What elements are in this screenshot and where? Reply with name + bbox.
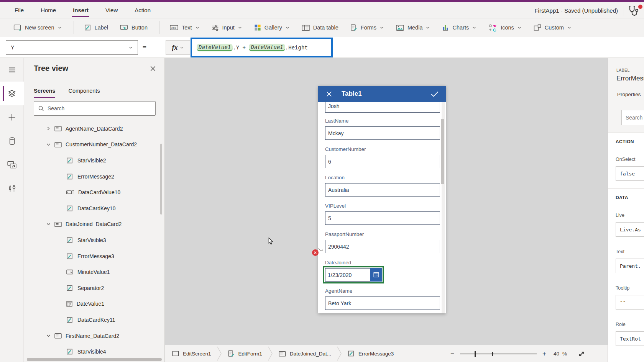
property-value-live[interactable]: Live.As [616,222,644,237]
chevron-down-icon [180,46,184,50]
rail-item-menu-toggle[interactable] [0,58,24,82]
property-value-role[interactable]: TextRol [616,331,644,346]
ribbon-new-screen[interactable]: New screen [13,24,62,32]
tree-horizontal-scrollbar[interactable] [27,358,162,361]
chevron-down-icon [380,25,384,30]
ribbon-gallery[interactable]: Gallery [254,24,290,31]
tree-item-CustomerNumber_DataCard2[interactable]: CustomerNumber_DataCard2 [24,137,165,153]
tree-item-MinuteValue1[interactable]: MinuteValue1 [24,264,165,280]
rail-item-media[interactable] [0,153,24,177]
tree-item-label: StarVisible2 [77,157,106,164]
close-icon[interactable] [150,66,156,72]
ribbon-icons[interactable]: Icons [488,24,522,32]
ribbon-label[interactable]: Label [84,24,108,31]
breadcrumb-ErrorMessage3[interactable]: ErrorMessage3 [347,350,394,357]
form-scrollbar[interactable] [442,102,445,313]
custom-icon [533,24,542,31]
field-input-VIPLevel[interactable]: 5 [325,211,440,225]
date-input[interactable]: 1/23/2020 [325,268,370,282]
chevron-right-icon[interactable] [46,126,51,131]
menu-file[interactable]: File [15,2,24,18]
zoom-slider[interactable] [460,350,537,358]
property-dropdown[interactable]: Y [6,40,138,55]
breadcrumb-label: ErrorMessage3 [358,351,394,357]
ribbon-item-label: Data table [313,25,338,31]
tree-item-DataCardKey10[interactable]: DataCardKey10 [24,200,165,216]
ribbon-charts[interactable]: Charts [442,24,476,31]
tree-item-ErrorMessage2[interactable]: ErrorMessage2 [24,169,165,185]
ribbon-custom[interactable]: Custom [533,24,572,31]
input-icon [211,24,219,32]
canvas[interactable]: Table1 JoshLastNameMckayCustomerNumber6L… [165,58,608,345]
field-input-LastName[interactable]: Mckay [325,126,440,140]
menu-action[interactable]: Action [135,2,151,18]
date-picker-button[interactable] [370,268,382,282]
ribbon-input[interactable]: Input [211,24,242,32]
tree-item-DateJoined_DataCard2[interactable]: DateJoined_DataCard2 [24,216,165,233]
rail-item-tree-view[interactable] [0,82,24,105]
chevron-down-icon [567,25,572,30]
fit-to-window-icon[interactable] [578,350,585,358]
tab-screens[interactable]: Screens [34,88,55,98]
field-input-Location[interactable]: Australia [325,183,440,197]
cancel-icon[interactable] [326,91,332,97]
ribbon-media[interactable]: Media [396,24,430,32]
datacard-icon [278,350,286,357]
tree-item-DateValue1[interactable]: DateValue1 [24,296,165,312]
tree-item-StarVisible4[interactable]: StarVisible4 [24,344,165,360]
breadcrumb-DateJoinedDat[interactable]: DateJoined_Dat... [278,350,331,357]
check-icon[interactable] [430,91,439,97]
property-search-input[interactable] [622,110,644,125]
tree-item-StarVisible3[interactable]: StarVisible3 [24,232,165,248]
field-input-AgentName[interactable]: Beto Yark [325,296,440,310]
menu-insert[interactable]: Insert [73,2,89,18]
ribbon-forms[interactable]: Forms [350,24,384,31]
tree-item-ErrorMessage3[interactable]: ErrorMessage3 [24,248,165,264]
insert-ribbon: New screenLabelButtonAbcTextInputGallery… [0,18,644,37]
ribbon-data-table[interactable]: Data table [301,24,338,32]
tree-item-StarVisible2[interactable]: StarVisible2 [24,152,165,169]
chevron-down-icon[interactable] [46,222,51,227]
menu-home[interactable]: Home [41,2,56,18]
tree-item-AgentName_DataCard2[interactable]: AgentName_DataCard2 [24,121,165,137]
chevron-down-icon[interactable] [46,333,51,338]
rail-item-insert[interactable] [0,105,24,129]
tree-vertical-scrollbar[interactable] [160,144,162,215]
menu-view[interactable]: View [105,2,118,18]
field-input-Josh[interactable]: Josh [325,102,440,113]
search-input[interactable] [48,105,151,111]
formula-input[interactable]: DateValue1.Y + DateValue1.Height [191,38,333,57]
field-input-PassportNumber[interactable]: 2906442 [325,240,440,253]
zoom-slider-thumb[interactable] [475,351,476,357]
fx-button[interactable]: fx [166,40,190,55]
zoom-out-button[interactable]: − [449,350,456,358]
property-value-text[interactable]: Parent. [616,259,644,273]
rail-item-data-sources[interactable] [0,129,24,153]
mouse-cursor [268,237,273,246]
property-value-onselect[interactable]: false [616,166,644,181]
new-screen-icon [13,24,22,32]
field-input-CustomerNumber[interactable]: 6 [325,155,440,168]
breadcrumb-EditForm1[interactable]: EditForm1 [227,350,262,357]
tree-item-FirstName_DataCard2[interactable]: FirstName_DataCard2 [24,328,165,344]
media-icon [396,24,404,32]
ribbon-button[interactable]: Button [120,24,148,32]
equals-sign: = [143,40,146,55]
ribbon-item-label: Icons [501,25,514,31]
breadcrumb-separator-icon [268,346,273,361]
ribbon-text[interactable]: AbcText [169,24,200,31]
tree-item-Separator2[interactable]: Separator2 [24,280,165,296]
tree-item-DataCardKey11[interactable]: DataCardKey11 [24,312,165,328]
zoom-in-button[interactable]: + [540,350,548,358]
tree-item-label: MinuteValue1 [77,269,110,275]
property-value-tooltip[interactable]: "" [616,295,644,310]
app-checker-button[interactable] [626,5,643,18]
rail-item-advanced-tools[interactable] [0,177,24,200]
breadcrumb-EditScreen1[interactable]: EditScreen1 [172,350,211,357]
chevron-down-icon[interactable] [46,142,51,147]
tab-properties[interactable]: Properties [617,92,641,97]
tab-components[interactable]: Components [68,88,100,98]
tools-icon [8,184,16,193]
tree-item-DataCardValue10[interactable]: DataCardValue10 [24,184,165,200]
tree-item-label: DateValue1 [77,301,104,307]
